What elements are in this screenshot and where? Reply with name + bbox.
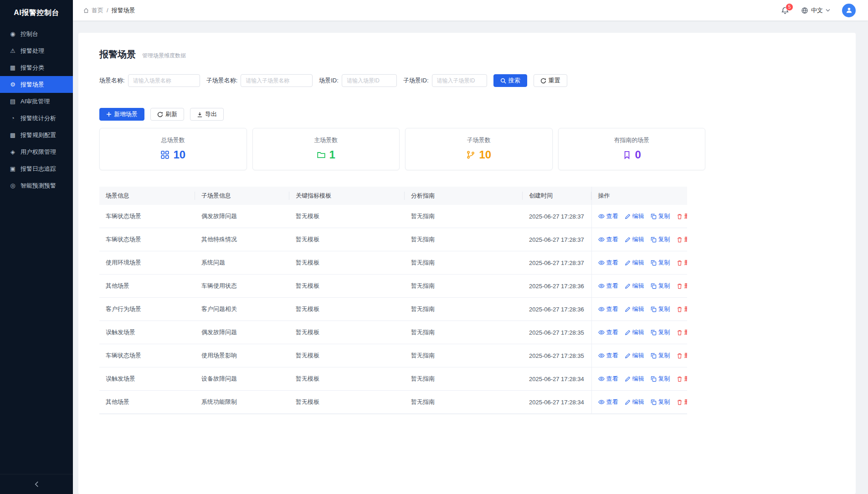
edit-button[interactable]: 编辑	[625, 212, 644, 220]
copy-icon	[651, 353, 657, 359]
scene-name-input[interactable]	[128, 74, 200, 87]
delete-button[interactable]: 删除	[677, 375, 688, 383]
view-button[interactable]: 查看	[598, 259, 618, 267]
sidebar-item[interactable]: ◉ 控制台	[0, 25, 73, 42]
sidebar-item-label: 报警分类	[21, 64, 44, 72]
sidebar-item-icon: ⚙	[9, 81, 16, 88]
pencil-icon	[625, 376, 631, 382]
language-selector[interactable]: 中文	[801, 6, 830, 15]
trash-icon	[677, 399, 683, 405]
notification-button[interactable]: 5	[781, 6, 789, 15]
export-button[interactable]: 导出	[190, 108, 224, 121]
stat-label: 总场景数	[100, 136, 247, 144]
view-button[interactable]: 查看	[598, 235, 618, 244]
sidebar-item[interactable]: ▦ 报警分类	[0, 59, 73, 76]
delete-button[interactable]: 删除	[677, 328, 688, 336]
view-button[interactable]: 查看	[598, 212, 618, 220]
delete-button[interactable]: 删除	[677, 259, 688, 267]
copy-button[interactable]: 复制	[651, 305, 670, 313]
page-title: 报警场景	[99, 48, 136, 61]
scene-id-input[interactable]	[342, 74, 397, 87]
breadcrumb-home-link[interactable]: 首页	[83, 6, 103, 15]
eye-icon	[598, 260, 605, 266]
delete-button[interactable]: 删除	[677, 235, 688, 244]
col-actions: 操作	[591, 187, 687, 205]
breadcrumb-current: 报警场景	[112, 6, 135, 15]
copy-icon	[651, 330, 657, 336]
sub-scene-id-input[interactable]	[432, 74, 487, 87]
cell-created: 2025-06-27 17:28:37	[523, 205, 591, 228]
view-button[interactable]: 查看	[598, 351, 618, 360]
view-button[interactable]: 查看	[598, 375, 618, 383]
sidebar-item[interactable]: ⚙ 报警场景	[0, 76, 73, 93]
edit-button[interactable]: 编辑	[625, 398, 644, 406]
refresh-button[interactable]: 刷新	[150, 108, 184, 121]
cell-template: 暂无模板	[289, 391, 405, 414]
sidebar-item[interactable]: ⚠ 报警处理	[0, 42, 73, 59]
edit-button[interactable]: 编辑	[625, 305, 644, 313]
sidebar-item[interactable]: ◈ 用户权限管理	[0, 143, 73, 160]
globe-icon	[801, 7, 808, 14]
view-button[interactable]: 查看	[598, 398, 618, 406]
copy-button[interactable]: 复制	[651, 375, 670, 383]
sidebar-item[interactable]: ▤ AI审批管理	[0, 93, 73, 110]
scene-name-label: 场景名称:	[99, 76, 125, 85]
col-scene-info: 场景信息	[99, 187, 195, 205]
edit-button[interactable]: 编辑	[625, 375, 644, 383]
cell-guide: 暂无指南	[405, 321, 523, 344]
cell-template: 暂无模板	[289, 205, 405, 228]
cell-scene: 车辆状态场景	[99, 344, 195, 367]
sub-scene-name-input[interactable]	[241, 74, 313, 87]
sidebar-item-icon: ▩	[9, 132, 16, 138]
sidebar-item[interactable]: ◎ 智能预测预警	[0, 177, 73, 194]
cell-scene: 误触发场景	[99, 321, 195, 344]
page-subtitle: 管理场景维度数据	[142, 52, 186, 60]
cell-guide: 暂无指南	[405, 367, 523, 391]
reset-icon	[540, 78, 546, 84]
view-button[interactable]: 查看	[598, 282, 618, 290]
sidebar-collapse-button[interactable]	[0, 474, 73, 494]
cell-template: 暂无模板	[289, 251, 405, 275]
copy-button[interactable]: 复制	[651, 282, 670, 290]
cell-sub-scene: 偶发故障问题	[195, 205, 289, 228]
edit-button[interactable]: 编辑	[625, 235, 644, 244]
cell-created: 2025-06-27 17:28:35	[523, 321, 591, 344]
stat-card-guided: 有指南的场景 0	[558, 128, 706, 170]
copy-icon	[651, 260, 657, 266]
sidebar-item[interactable]: ◔ 报警统计分析	[0, 110, 73, 127]
table-row: 客户行为场景 客户问题相关 暂无模板 暂无指南 2025-06-27 17:28…	[99, 298, 687, 321]
stat-label: 主场景数	[253, 136, 400, 144]
copy-button[interactable]: 复制	[651, 398, 670, 406]
stat-value: 10	[173, 148, 185, 161]
delete-button[interactable]: 删除	[677, 305, 688, 313]
sidebar-item-label: AI审批管理	[21, 97, 50, 106]
edit-button[interactable]: 编辑	[625, 259, 644, 267]
cell-guide: 暂无指南	[405, 205, 523, 228]
eye-icon	[598, 329, 605, 336]
search-button[interactable]: 搜索	[493, 74, 527, 87]
view-button[interactable]: 查看	[598, 328, 618, 336]
copy-button[interactable]: 复制	[651, 235, 670, 244]
edit-button[interactable]: 编辑	[625, 351, 644, 360]
sidebar-item-label: 报警场景	[21, 81, 44, 89]
copy-icon	[651, 283, 657, 289]
delete-button[interactable]: 删除	[677, 351, 688, 360]
view-button[interactable]: 查看	[598, 305, 618, 313]
sidebar-item[interactable]: ▣ 报警日志追踪	[0, 160, 73, 177]
edit-button[interactable]: 编辑	[625, 282, 644, 290]
copy-button[interactable]: 复制	[651, 328, 670, 336]
table-row: 车辆状态场景 使用场景影响 暂无模板 暂无指南 2025-06-27 17:28…	[99, 344, 687, 367]
edit-button[interactable]: 编辑	[625, 328, 644, 336]
delete-button[interactable]: 删除	[677, 398, 688, 406]
copy-button[interactable]: 复制	[651, 212, 670, 220]
sidebar-item[interactable]: ▩ 报警规则配置	[0, 127, 73, 143]
user-avatar[interactable]	[842, 4, 856, 17]
copy-button[interactable]: 复制	[651, 259, 670, 267]
sidebar-item-label: 报警统计分析	[21, 114, 56, 122]
table-row: 车辆状态场景 偶发故障问题 暂无模板 暂无指南 2025-06-27 17:28…	[99, 205, 687, 228]
delete-button[interactable]: 删除	[677, 282, 688, 290]
delete-button[interactable]: 删除	[677, 212, 688, 220]
add-scene-button[interactable]: 新增场景	[99, 108, 144, 121]
copy-button[interactable]: 复制	[651, 351, 670, 360]
reset-button[interactable]: 重置	[534, 74, 567, 87]
